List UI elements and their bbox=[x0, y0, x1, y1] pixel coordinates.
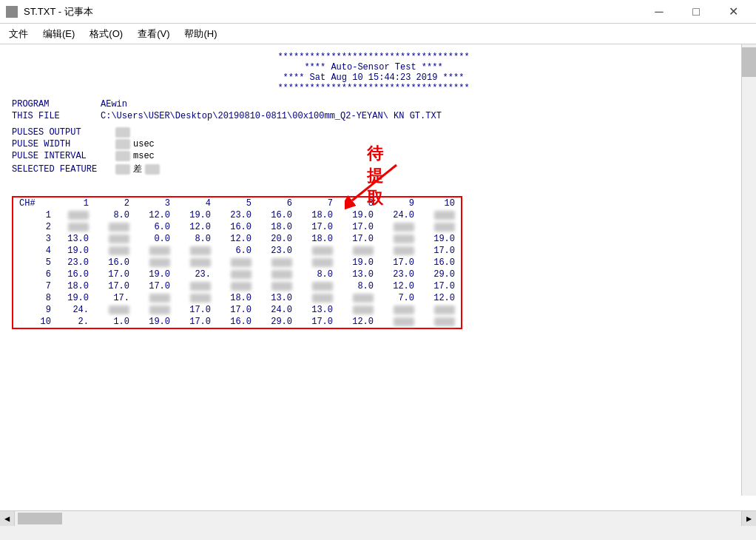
table-cell: 6.0 bbox=[135, 221, 176, 233]
h-scroll-right[interactable]: ▶ bbox=[741, 511, 756, 526]
blurred-cell bbox=[109, 306, 129, 314]
bottom-bar: ◀ ▶ bbox=[0, 510, 756, 525]
close-button[interactable]: ✕ bbox=[716, 0, 750, 24]
col-header-8: 8 bbox=[339, 198, 379, 209]
blurred-cell bbox=[394, 246, 414, 255]
table-cell: 12.0 bbox=[217, 233, 257, 245]
blurred-cell bbox=[434, 211, 455, 220]
table-cell: 16.0 bbox=[217, 316, 257, 328]
program-section: PROGRAM AEwin THIS FILE C:\Users\USER\De… bbox=[12, 99, 735, 121]
h-scroll-thumb[interactable] bbox=[18, 513, 62, 524]
row-number: 6 bbox=[13, 269, 54, 280]
pulse-interval-label: PULSE INTERVAL bbox=[12, 151, 115, 161]
blurred-cell bbox=[231, 258, 252, 267]
col-header-4: 4 bbox=[176, 198, 217, 209]
program-value: AEwin bbox=[101, 99, 127, 109]
menu-format[interactable]: 格式(O) bbox=[84, 25, 129, 43]
table-cell bbox=[217, 269, 257, 280]
table-cell bbox=[339, 245, 379, 257]
table-row: 313.00.08.012.020.018.017.019.0 bbox=[13, 233, 461, 245]
v-scroll-thumb[interactable] bbox=[742, 47, 756, 77]
table-cell bbox=[257, 257, 298, 269]
table-cell: 17.0 bbox=[298, 316, 339, 328]
minimize-button[interactable]: ─ bbox=[642, 0, 676, 24]
col-header-2: 2 bbox=[95, 198, 135, 209]
table-cell bbox=[176, 292, 217, 304]
table-cell bbox=[54, 209, 95, 221]
blurred-cell bbox=[190, 282, 211, 291]
table-cell bbox=[217, 257, 257, 269]
blurred-cell bbox=[68, 211, 89, 220]
blurred-cell bbox=[394, 223, 414, 232]
table-cell bbox=[298, 257, 339, 269]
table-cell: 17.0 bbox=[339, 233, 379, 245]
col-header-9: 9 bbox=[379, 198, 420, 209]
pulses-output-line: PULSES OUTPUT bbox=[12, 127, 735, 138]
table-cell bbox=[257, 269, 298, 280]
table-cell bbox=[379, 221, 420, 233]
pulses-section: PULSES OUTPUT PULSE WIDTH usec PULSE INT… bbox=[12, 127, 735, 175]
table-cell bbox=[379, 316, 420, 328]
table-cell: 8.0 bbox=[298, 269, 339, 280]
menu-edit[interactable]: 编辑(E) bbox=[37, 25, 81, 43]
table-cell: 13.0 bbox=[257, 292, 298, 304]
table-header-row: CH# 1 2 3 4 5 6 7 8 9 10 bbox=[13, 198, 461, 209]
table-cell: 16.0 bbox=[217, 221, 257, 233]
table-cell bbox=[420, 221, 461, 233]
col-header-10: 10 bbox=[420, 198, 461, 209]
blurred-cell bbox=[109, 223, 129, 232]
thisfile-value: C:\Users\USER\Desktop\20190810-0811\00x1… bbox=[101, 111, 442, 121]
table-cell: 13.0 bbox=[298, 304, 339, 316]
blurred-cell bbox=[394, 317, 414, 326]
table-cell bbox=[379, 304, 420, 316]
table-cell bbox=[257, 280, 298, 292]
table-cell: 17.0 bbox=[298, 221, 339, 233]
table-section: CH# 1 2 3 4 5 6 7 8 9 10 bbox=[12, 196, 462, 329]
table-cell bbox=[339, 292, 379, 304]
thisfile-label: THIS FILE bbox=[12, 111, 101, 121]
h-scroll-left[interactable]: ◀ bbox=[0, 511, 15, 526]
pulse-width-value: usec bbox=[115, 139, 155, 149]
maximize-button[interactable]: □ bbox=[679, 0, 713, 24]
menu-bar: 文件 编辑(E) 格式(O) 查看(V) 帮助(H) bbox=[0, 24, 756, 44]
table-cell bbox=[298, 292, 339, 304]
col-header-3: 3 bbox=[135, 198, 176, 209]
vertical-scrollbar[interactable] bbox=[741, 44, 756, 496]
header-line4: ************************************ bbox=[12, 83, 735, 93]
table-cell: 20.0 bbox=[257, 233, 298, 245]
program-line1: PROGRAM AEwin bbox=[12, 99, 735, 109]
app-icon bbox=[6, 6, 18, 18]
menu-view[interactable]: 查看(V) bbox=[132, 25, 175, 43]
content-area[interactable]: ************************************ ***… bbox=[0, 44, 756, 510]
title-text: ST.TXT - 记事本 bbox=[24, 5, 93, 18]
table-cell: 16.0 bbox=[54, 269, 95, 280]
table-cell bbox=[95, 221, 135, 233]
table-cell bbox=[420, 316, 461, 328]
selected-feature-text: 差 bbox=[133, 163, 142, 175]
pulses-output-label: PULSES OUTPUT bbox=[12, 127, 115, 138]
h-scroll-track[interactable] bbox=[15, 511, 741, 525]
row-number: 5 bbox=[13, 257, 54, 269]
blurred-cell bbox=[312, 246, 333, 255]
row-number: 10 bbox=[13, 316, 54, 328]
table-cell: 13.0 bbox=[54, 233, 95, 245]
title-bar: ST.TXT - 记事本 ─ □ ✕ bbox=[0, 0, 756, 24]
header-line2: **** Auto-Sensor Test **** bbox=[12, 62, 735, 72]
pulse-interval-blurred bbox=[115, 151, 130, 161]
menu-help[interactable]: 帮助(H) bbox=[178, 25, 223, 43]
pulse-interval-value: msec bbox=[115, 151, 155, 161]
table-cell: 8.0 bbox=[339, 280, 379, 292]
blurred-cell bbox=[231, 282, 252, 291]
row-number: 4 bbox=[13, 245, 54, 257]
blurred-cell bbox=[109, 246, 129, 255]
blurred-cell bbox=[353, 246, 374, 255]
table-cell: 17. bbox=[95, 292, 135, 304]
table-row: 616.017.019.023.8.013.023.029.0 bbox=[13, 269, 461, 280]
table-cell: 19.0 bbox=[339, 209, 379, 221]
menu-file[interactable]: 文件 bbox=[3, 25, 34, 43]
table-cell bbox=[379, 233, 420, 245]
blurred-cell bbox=[231, 270, 252, 279]
table-cell: 12.0 bbox=[176, 221, 217, 233]
table-cell bbox=[339, 304, 379, 316]
blurred-cell bbox=[271, 270, 292, 279]
